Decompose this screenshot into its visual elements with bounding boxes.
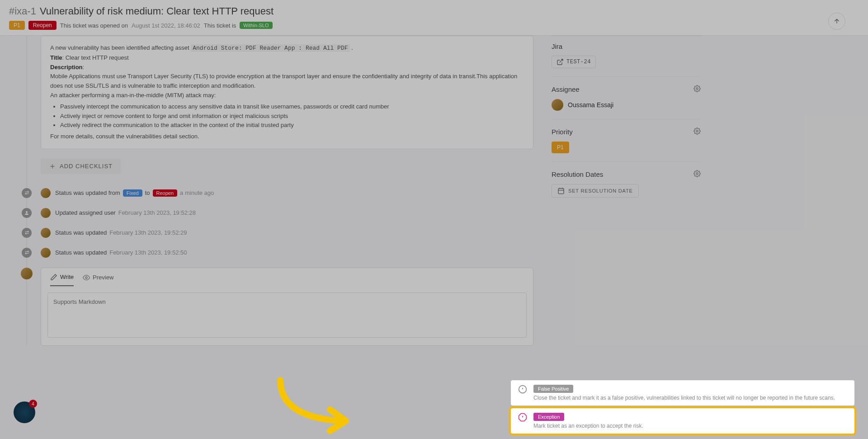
activity-time: February 13th 2023, 19:52:29 [109, 229, 187, 236]
activity-time: February 13th 2023, 19:52:50 [109, 249, 187, 256]
assignee-settings-button[interactable] [693, 85, 701, 94]
status-prefix: This ticket is [204, 22, 236, 29]
activity-row: Updated assigned user February 13th 2023… [27, 208, 533, 218]
jira-ticket-id: TEST-24 [566, 59, 591, 65]
swap-icon: ⇄ [22, 248, 32, 258]
desc-bullet: Passively intercept the communication to… [60, 102, 524, 112]
exception-desc: Mark ticket as an exception to accept th… [533, 423, 847, 429]
activity-time: a minute ago [180, 189, 214, 196]
opened-prefix: This ticket was opened on [60, 22, 128, 29]
activity-row: ⇄ Status was updated February 13th 2023,… [27, 248, 533, 258]
resolution-section-title: Resolution Dates [552, 170, 603, 178]
write-tab[interactable]: Write [50, 274, 74, 286]
write-tab-label: Write [60, 274, 74, 280]
false-positive-badge: False Positive [533, 385, 573, 393]
activity-text: Updated assigned user [55, 209, 116, 216]
compose-card: Write Preview [41, 268, 533, 346]
activity-row: ⇄ Status was updated from Fixed to Reope… [27, 188, 533, 198]
preview-tab[interactable]: Preview [83, 274, 113, 286]
svg-point-4 [696, 173, 698, 175]
alert-circle-icon [518, 385, 527, 394]
assignee-name: Oussama Essaji [568, 101, 613, 109]
calendar-icon [557, 187, 565, 194]
ticket-id: #ixa-1 [9, 5, 36, 17]
alert-octagon-icon [518, 413, 527, 422]
priority-badge: P1 [9, 21, 25, 30]
jira-section-title: Jira [552, 42, 562, 50]
help-fab[interactable]: 4 [14, 401, 35, 423]
svg-point-1 [85, 277, 87, 279]
desc-label: Description [50, 64, 83, 71]
ticket-header: #ixa-1 Vulnerability of risk medium: Cle… [0, 0, 868, 36]
swap-icon: ⇄ [22, 188, 32, 198]
plus-icon [49, 163, 56, 170]
desc-p1: Mobile Applications must use Transport L… [50, 72, 524, 91]
svg-point-0 [26, 211, 28, 213]
external-link-icon [557, 58, 564, 66]
action-menu: False Positive Close the ticket and mark… [511, 378, 854, 434]
exception-option[interactable]: Exception Mark ticket as an exception to… [511, 408, 854, 434]
sidebar: Jira TEST-24 Assignee Oussama Essaji [542, 36, 714, 355]
desc-title-value: : Clear text HTTP request [62, 54, 129, 61]
preview-tab-label: Preview [93, 274, 113, 281]
desc-bullet: Actively inject or remove content to for… [60, 112, 524, 121]
activity-text: Status was updated [55, 229, 107, 236]
opened-time: August 1st 2022, 18:46:02 [132, 22, 200, 29]
desc-asset: Android Store: PDF Reader App : Read All… [191, 44, 349, 52]
pencil-icon [50, 274, 57, 281]
status-from-badge: Fixed [123, 189, 142, 197]
description-card: A new vulnerability has been identified … [41, 36, 533, 149]
activity-to-word: to [145, 189, 150, 196]
activity-text: Status was updated from [55, 189, 120, 196]
activity-text: Status was updated [55, 249, 107, 256]
svg-point-2 [696, 88, 698, 90]
priority-settings-button[interactable] [693, 127, 701, 136]
activity-row: ⇄ Status was updated February 13th 2023,… [27, 228, 533, 238]
svg-point-3 [696, 130, 698, 132]
desc-intro: A new vulnerability has been identified … [50, 44, 189, 51]
desc-title-label: Title [50, 54, 62, 61]
avatar [41, 228, 51, 238]
arrow-annotation-icon [271, 376, 362, 434]
eye-icon [83, 274, 90, 281]
set-date-label: SET RESOLUTION DATE [568, 188, 633, 194]
assignee-section-title: Assignee [552, 85, 580, 93]
exception-badge: Exception [533, 413, 564, 421]
false-positive-option[interactable]: False Positive Close the ticket and mark… [511, 380, 854, 406]
jira-link[interactable]: TEST-24 [552, 56, 596, 68]
priority-value-badge: P1 [552, 142, 569, 153]
slo-badge: Within-SLO [240, 22, 272, 29]
avatar [552, 99, 563, 111]
avatar [41, 208, 51, 218]
activity-time: February 13th 2023, 19:52:28 [118, 209, 196, 216]
add-checklist-label: ADD CHECKLIST [60, 163, 113, 170]
desc-outro: For more details, consult the vulnerabil… [50, 132, 524, 142]
false-positive-desc: Close the ticket and mark it as a false … [533, 395, 847, 401]
scroll-top-button[interactable] [828, 13, 845, 30]
ticket-title: Vulnerability of risk medium: Clear text… [40, 5, 274, 17]
user-icon [22, 208, 32, 218]
gear-icon [693, 85, 701, 92]
arrow-up-icon [833, 18, 840, 25]
add-checklist-button[interactable]: ADD CHECKLIST [41, 158, 121, 175]
desc-p2: An attacker performing a man-in-the-midd… [50, 91, 524, 100]
svg-rect-5 [558, 189, 564, 194]
set-resolution-date-button[interactable]: SET RESOLUTION DATE [552, 184, 639, 198]
desc-bullet: Actively redirect the communication to t… [60, 121, 524, 130]
status-to-badge: Reopen [153, 189, 178, 197]
swap-icon: ⇄ [22, 228, 32, 238]
fab-count-badge: 4 [29, 400, 37, 408]
priority-section-title: Priority [552, 128, 573, 136]
avatar [41, 248, 51, 258]
gear-icon [693, 127, 701, 135]
gear-icon [693, 170, 701, 177]
avatar [21, 268, 33, 279]
resolution-settings-button[interactable] [693, 170, 701, 179]
status-badge: Reopen [28, 21, 57, 30]
comment-textarea[interactable] [47, 293, 527, 338]
avatar [41, 188, 51, 198]
